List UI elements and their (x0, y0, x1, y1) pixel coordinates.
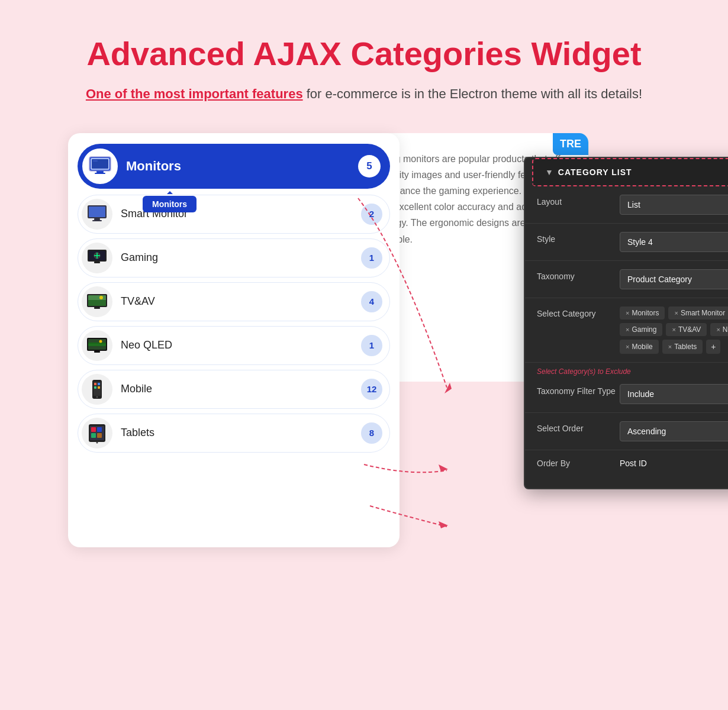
category-item-name: Gaming (121, 251, 361, 264)
order-by-value: Post ID (620, 459, 647, 468)
layout-control[interactable]: List ▼ (620, 195, 728, 215)
taxonomy-dropdown[interactable]: Product Category ▼ (620, 269, 728, 289)
taxonomy-filter-row: Taxonomy Filter Type Include ▼ (525, 376, 728, 413)
tag-remove-icon[interactable]: × (672, 326, 675, 333)
svg-rect-18 (94, 307, 100, 309)
widget-panel: Monitors 5 Monitors Smart Monitor 2 (68, 133, 400, 547)
svg-rect-3 (96, 171, 104, 173)
tag-label: Gaming (632, 325, 656, 334)
taxonomy-control[interactable]: Product Category ▼ (620, 269, 728, 289)
tag-add-button[interactable]: + (706, 340, 720, 354)
select-order-dropdown[interactable]: Ascending ▼ (620, 421, 728, 441)
svg-rect-7 (89, 206, 105, 217)
taxonomy-filter-dropdown[interactable]: Include ▼ (620, 384, 728, 404)
exclude-placeholder: Select Category(s) to Exclude (525, 363, 728, 376)
subtitle-rest: for e-commerce is in the Electron theme … (303, 86, 642, 101)
active-category-header[interactable]: Monitors 5 Monitors (78, 144, 390, 189)
taxonomy-value: Product Category (627, 275, 692, 284)
tag-label: TV&AV (678, 325, 701, 334)
tag-remove-icon[interactable]: × (626, 326, 629, 333)
category-item-count: 2 (361, 204, 382, 225)
tag-label: Tablets (674, 343, 697, 351)
layout-value: List (627, 200, 640, 209)
svg-rect-5 (93, 160, 98, 162)
svg-rect-36 (97, 433, 102, 438)
tag-remove-icon[interactable]: × (626, 343, 629, 350)
subtitle-highlight: One of the most important features (86, 86, 303, 101)
tag-label: Mobile (632, 343, 652, 351)
style-dropdown[interactable]: Style 4 ▼ (620, 232, 728, 252)
svg-rect-34 (97, 427, 102, 432)
page-title: Advanced AJAX Categories Widget (86, 36, 641, 72)
category-item[interactable]: Mobile 12 (78, 370, 390, 409)
svg-marker-39 (439, 464, 448, 472)
svg-marker-40 (439, 521, 448, 528)
tag-label: Monitors (632, 309, 659, 317)
settings-header-title: CATEGORY LIST (558, 167, 632, 177)
tag-remove-icon[interactable]: × (716, 326, 720, 333)
monitors-tooltip: Monitors (143, 196, 197, 212)
select-order-control[interactable]: Ascending ▼ (620, 421, 728, 441)
select-order-row: Select Order Ascending ▼ (525, 413, 728, 450)
svg-point-17 (99, 296, 103, 299)
category-item[interactable]: TV&AV 4 (78, 282, 390, 321)
svg-rect-9 (92, 220, 102, 221)
layout-label: Layout (537, 195, 620, 206)
content-badge: TRE (553, 133, 588, 155)
svg-rect-23 (94, 351, 100, 353)
style-control[interactable]: Style 4 ▼ (620, 232, 728, 252)
category-item-count: 1 (361, 335, 382, 356)
tag-tablets[interactable]: × Tablets (662, 340, 703, 354)
select-category-control: × Monitors × Smart Monitor × Gaming × TV… (620, 306, 728, 354)
order-by-row: Order By Post ID (525, 450, 728, 476)
svg-rect-33 (91, 427, 96, 432)
category-item[interactable]: Tablets 8 (78, 414, 390, 453)
tag-remove-icon[interactable]: × (674, 309, 678, 317)
taxonomy-filter-control[interactable]: Include ▼ (620, 384, 728, 404)
layout-row: Layout List ▼ (525, 186, 728, 224)
svg-point-37 (96, 441, 98, 443)
tag-neoqled[interactable]: × Neo QLED (710, 323, 728, 336)
tag-label: Neo QLED (723, 325, 728, 334)
collapse-icon[interactable]: ▼ (545, 167, 553, 177)
category-item-name: Mobile (121, 383, 361, 395)
select-category-row: Select Category × Monitors × Smart Monit… (525, 298, 728, 363)
svg-rect-21 (88, 343, 106, 346)
select-order-label: Select Order (537, 421, 620, 433)
tag-mobile[interactable]: × Mobile (620, 340, 659, 354)
select-category-label: Select Category (537, 306, 620, 318)
style-row: Style Style 4 ▼ (525, 224, 728, 261)
category-item-count: 12 (361, 379, 382, 400)
tag-smart-monitor[interactable]: × Smart Monitor (668, 306, 728, 320)
select-order-value: Ascending (627, 427, 666, 436)
taxonomy-filter-label: Taxonomy Filter Type (537, 384, 620, 396)
svg-rect-4 (95, 173, 105, 174)
style-value: Style 4 (627, 237, 653, 247)
svg-rect-29 (94, 386, 96, 389)
tablets-image (82, 418, 112, 448)
gaming-image (82, 243, 112, 273)
category-item[interactable]: Neo QLED 1 (78, 326, 390, 365)
category-item-count: 1 (361, 247, 382, 269)
svg-point-26 (96, 396, 98, 398)
taxonomy-label: Taxonomy (537, 269, 620, 281)
category-item[interactable]: Smart Monitor 2 (78, 195, 390, 234)
category-item-name: Neo QLED (121, 339, 361, 351)
tag-remove-icon[interactable]: × (626, 309, 629, 317)
order-by-label: Order By (537, 459, 620, 468)
svg-rect-13 (94, 262, 100, 263)
tag-remove-icon[interactable]: × (668, 343, 672, 350)
style-label: Style (537, 232, 620, 244)
layout-dropdown[interactable]: List ▼ (620, 195, 728, 215)
mobile-image (82, 374, 112, 405)
svg-rect-27 (94, 383, 96, 385)
settings-panel: ▼ CATEGORY LIST Layout List ▼ Style Styl… (524, 157, 728, 489)
category-item[interactable]: Gaming 1 (78, 238, 390, 277)
active-category-name: Monitors (126, 159, 358, 174)
page-subtitle: One of the most important features for e… (86, 84, 642, 104)
category-item-count: 8 (361, 422, 382, 444)
tag-tvav[interactable]: × TV&AV (666, 323, 707, 336)
tag-monitors[interactable]: × Monitors (620, 306, 665, 320)
tag-gaming[interactable]: × Gaming (620, 323, 662, 336)
tags-container: × Monitors × Smart Monitor × Gaming × TV… (620, 306, 728, 354)
